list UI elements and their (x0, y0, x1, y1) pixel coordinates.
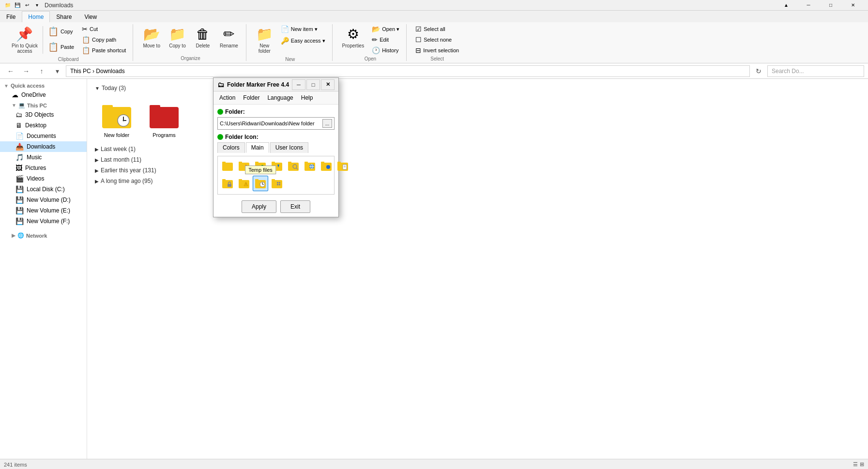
invert-selection-button[interactable]: ⊟ Invert selection (412, 45, 462, 55)
icon-green-arrow-up[interactable] (253, 158, 268, 174)
history-button[interactable]: 🕐 History (369, 45, 402, 55)
dialog-menu-language[interactable]: Language (265, 93, 295, 102)
dialog-menu-folder[interactable]: Folder (241, 93, 261, 102)
sidebar-section-this-pc[interactable]: ▼ 💻 This PC (0, 100, 87, 109)
tab-colors[interactable]: Colors (217, 142, 245, 153)
icon-globe[interactable] (302, 158, 318, 174)
refresh-button[interactable]: ↻ (752, 64, 765, 78)
sidebar-item-documents[interactable]: 📄 Documents (0, 131, 87, 141)
sidebar-item-new-volume-e[interactable]: 💾 New Volume (E:) (0, 205, 87, 216)
close-btn[interactable]: ✕ (842, 0, 864, 11)
dropdown-icon[interactable]: ▾ (33, 1, 41, 9)
tab-view[interactable]: View (78, 11, 103, 22)
select-none-button[interactable]: ☐ Select none (412, 35, 462, 45)
svg-rect-12 (239, 163, 249, 171)
open-button[interactable]: 📂 Open ▾ (369, 24, 402, 34)
new-folder-button[interactable]: 📁 Newfolder (252, 24, 277, 56)
section-long-ago[interactable]: ▶ A long time ago (95) (95, 176, 860, 186)
tab-share[interactable]: Share (50, 11, 78, 22)
delete-icon: 🗑 (196, 26, 210, 42)
icon-basic[interactable] (220, 158, 235, 174)
up-button[interactable]: ↑ (35, 64, 48, 78)
sidebar-item-new-volume-d[interactable]: 💾 New Volume (D:) (0, 195, 87, 205)
dialog-minimize-btn[interactable]: ─ (292, 79, 305, 90)
sidebar-item-pictures[interactable]: 🖼 Pictures (0, 163, 87, 173)
icon-lock[interactable] (220, 176, 235, 191)
icon-red-arrow-up[interactable] (236, 158, 252, 174)
address-path[interactable]: This PC › Downloads (66, 65, 750, 77)
svg-rect-54 (277, 184, 278, 185)
move-icon: 📂 (143, 26, 160, 42)
tab-main[interactable]: Main (246, 142, 269, 153)
ribbon-collapse-btn[interactable]: ▲ (775, 0, 797, 11)
tile-view-icon[interactable]: ⊞ (860, 461, 864, 468)
section-last-month[interactable]: ▶ Last month (11) (95, 154, 860, 165)
pictures-icon: 🖼 (15, 164, 22, 172)
icon-blue-arrow-down[interactable] (269, 158, 285, 174)
icon-blue-folder[interactable] (319, 158, 334, 174)
folder-path-input[interactable]: C:\Users\Ridwan\Downloads\New folder ... (217, 117, 335, 130)
dialog-menu-help[interactable]: Help (299, 93, 315, 102)
apply-button[interactable]: Apply (242, 200, 276, 213)
folder-item-new-folder[interactable]: New folder (95, 97, 138, 140)
section-last-week[interactable]: ▶ Last week (1) (95, 144, 860, 154)
expand-arrow-network: ▶ (12, 233, 15, 238)
icon-grid-folder[interactable] (269, 176, 285, 191)
list-view-icon[interactable]: ☰ (853, 461, 858, 468)
exit-button[interactable]: Exit (280, 200, 310, 213)
tab-home[interactable]: Home (22, 11, 50, 22)
copy-button[interactable]: 📋 Copy (44, 24, 78, 39)
recent-locations-button[interactable]: ▾ (50, 64, 64, 78)
sidebar-item-music[interactable]: 🎵 Music (0, 152, 87, 163)
minimize-btn[interactable]: ─ (797, 0, 820, 11)
dialog-close-btn[interactable]: ✕ (321, 79, 335, 90)
tab-file[interactable]: File (0, 11, 22, 22)
move-to-button[interactable]: 📂 Move to (139, 24, 164, 50)
new-item-button[interactable]: 📄 New item ▾ (278, 24, 328, 34)
icon-warning-folder[interactable]: ! (236, 176, 252, 191)
address-bar: ← → ↑ ▾ This PC › Downloads ↻ Search Do.… (0, 63, 868, 79)
forward-button[interactable]: → (19, 64, 33, 78)
restore-btn[interactable]: □ (820, 0, 842, 11)
paste-shortcut-button[interactable]: 📋 Paste shortcut (79, 45, 129, 55)
this-pc-label: This PC (27, 103, 47, 108)
tab-user-icons[interactable]: User Icons (270, 142, 308, 153)
desktop-icon: 🖥 (15, 121, 22, 129)
sidebar-item-new-volume-f[interactable]: 💾 New Volume (F:) (0, 216, 87, 227)
icon-document[interactable] (335, 158, 350, 174)
sidebar-item-desktop[interactable]: 🖥 Desktop (0, 120, 87, 131)
icon-magnify[interactable] (286, 158, 301, 174)
sidebar-section-network[interactable]: ▶ 🌐 Network (0, 230, 87, 240)
section-long-ago-arrow: ▶ (95, 179, 99, 184)
pin-to-quick-access-button[interactable]: 📌 Pin to Quickaccess (8, 24, 42, 56)
sidebar-item-local-disk-c[interactable]: 💾 Local Disk (C:) (0, 184, 87, 195)
paste-icon: 📋 (48, 42, 59, 52)
back-button[interactable]: ← (4, 64, 17, 78)
folder-browse-btn[interactable]: ... (322, 119, 332, 128)
sidebar-item-downloads[interactable]: 📥 Downloads (0, 141, 87, 152)
paste-button[interactable]: 📋 Paste (44, 40, 78, 54)
easy-access-button[interactable]: 🔑 Easy access ▾ (278, 36, 328, 45)
section-earlier-year[interactable]: ▶ Earlier this year (131) (95, 165, 860, 176)
select-all-button[interactable]: ☑ Select all (412, 24, 462, 34)
search-box[interactable]: Search Do... (767, 65, 864, 77)
sidebar-item-videos[interactable]: 🎬 Videos (0, 173, 87, 184)
rename-button[interactable]: ✏ Rename (216, 24, 242, 50)
sidebar-item-onedrive[interactable]: ☁ OneDrive (0, 90, 87, 100)
section-today[interactable]: ▼ Today (3) (95, 83, 860, 93)
dialog-restore-btn[interactable]: □ (306, 79, 320, 90)
svg-rect-55 (279, 184, 280, 185)
dialog-menu-action[interactable]: Action (217, 93, 237, 102)
properties-button[interactable]: ⚙ Properties (338, 24, 368, 50)
icon-clock-selected[interactable]: Temp files (253, 176, 268, 191)
sidebar-section-quick-access[interactable]: ▼ Quick access (0, 81, 87, 90)
invert-label: Invert selection (423, 47, 459, 53)
cut-button[interactable]: ✂ Cut (79, 24, 129, 34)
copy-path-button[interactable]: 📋 Copy path (79, 35, 129, 45)
sidebar-item-3d-objects[interactable]: 🗂 3D Objects (0, 109, 87, 120)
edit-button[interactable]: ✏ Edit (369, 35, 402, 45)
delete-button[interactable]: 🗑 Delete (191, 24, 215, 50)
folder-item-programs[interactable]: Programs (142, 97, 186, 140)
dialog-title-icon: 🗂 (217, 81, 224, 89)
copy-to-button[interactable]: 📁 Copy to (165, 24, 190, 50)
